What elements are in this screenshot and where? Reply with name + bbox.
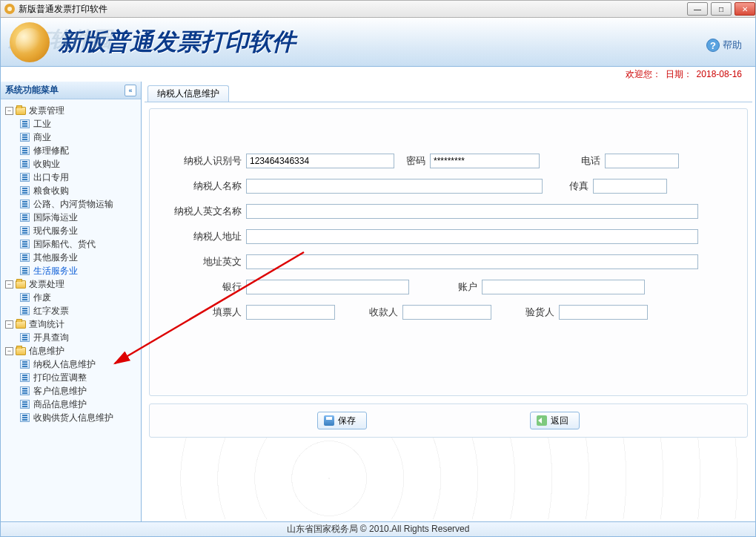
- help-label: 帮助: [723, 39, 742, 52]
- file-icon: [20, 293, 30, 302]
- save-button[interactable]: 保存: [317, 412, 367, 429]
- tree-item[interactable]: 纳税人信息维护: [2, 358, 139, 371]
- tree-group-label: 发票管理: [29, 105, 64, 117]
- tree-item[interactable]: 商品信息维护: [2, 398, 139, 411]
- tree-item[interactable]: 客户信息维护: [2, 384, 139, 398]
- welcome-date: 2018-08-16: [697, 69, 742, 79]
- help-link[interactable]: ? 帮助: [706, 39, 742, 52]
- tree-group[interactable]: −信息维护: [2, 344, 139, 358]
- tree-item[interactable]: 红字发票: [2, 304, 139, 317]
- back-icon: [537, 415, 547, 426]
- tree-item[interactable]: 打印位置调整: [2, 371, 139, 384]
- label-name: 纳税人名称: [165, 179, 246, 193]
- label-taxid: 纳税人识别号: [165, 154, 246, 168]
- tree-group-label: 发票处理: [29, 278, 64, 291]
- save-icon: [324, 415, 334, 426]
- label-tel: 电话: [581, 154, 600, 168]
- file-icon: [20, 266, 30, 275]
- tab-taxpayer-info[interactable]: 纳税人信息维护: [147, 85, 229, 102]
- minimize-button[interactable]: —: [687, 2, 708, 16]
- app-title: 新版普通发票打印软件: [59, 26, 296, 59]
- file-icon: [20, 240, 30, 248]
- input-fax[interactable]: [593, 179, 667, 194]
- tree-item-label: 收购业: [33, 158, 60, 171]
- file-icon: [20, 159, 30, 168]
- tree-item[interactable]: 其他服务业: [2, 251, 139, 264]
- svg-point-1: [7, 7, 12, 11]
- tree-group[interactable]: −查询统计: [2, 317, 139, 331]
- input-tel[interactable]: [605, 154, 679, 168]
- button-panel: 保存 返回: [149, 403, 748, 438]
- tree-item-label: 作废: [33, 291, 51, 304]
- folder-icon: [16, 347, 26, 355]
- tree-item-label: 出口专用: [33, 171, 69, 184]
- tree-item[interactable]: 作废: [2, 291, 139, 304]
- tree-item-label: 商业: [33, 131, 51, 144]
- input-acct[interactable]: [482, 280, 645, 294]
- tree-item-label: 红字发票: [33, 305, 69, 317]
- tree-item[interactable]: 工业: [2, 117, 139, 131]
- input-payee[interactable]: [402, 305, 491, 320]
- app-logo-icon: [10, 22, 50, 62]
- file-icon: [20, 360, 30, 369]
- close-button[interactable]: ✕: [735, 2, 755, 16]
- welcome-greet: 欢迎您：: [626, 68, 661, 81]
- tree-item[interactable]: 生活服务业: [2, 264, 139, 277]
- help-icon: ?: [706, 39, 720, 52]
- content-area: 纳税人信息维护 纳税人识别号 密码 电话 纳税人名称 传真: [142, 82, 755, 521]
- tree-item[interactable]: 修理修配: [2, 144, 139, 157]
- tree-item[interactable]: 现代服务业: [2, 224, 139, 237]
- file-icon: [20, 200, 30, 208]
- tree-group[interactable]: −发票管理: [2, 104, 139, 117]
- tree-item-label: 商品信息维护: [33, 398, 87, 411]
- tree-item[interactable]: 商业: [2, 131, 139, 144]
- window-titlebar: 新版普通发票打印软件 — □ ✕: [0, 0, 756, 18]
- toggle-icon: −: [5, 347, 13, 355]
- back-button[interactable]: 返回: [530, 412, 580, 429]
- tree-item-label: 公路、内河货物运输: [33, 198, 113, 211]
- input-addr[interactable]: [246, 229, 698, 244]
- app-icon: [4, 3, 16, 15]
- label-password: 密码: [406, 154, 425, 168]
- form-panel: 纳税人识别号 密码 电话 纳税人名称 传真 纳税人英文名称 纳税人地址: [149, 108, 748, 396]
- file-icon: [20, 119, 30, 128]
- input-bank[interactable]: [246, 280, 409, 294]
- file-icon: [20, 413, 30, 422]
- tree-item[interactable]: 收购供货人信息维护: [2, 411, 139, 424]
- input-enaddr[interactable]: [246, 254, 698, 269]
- label-enaddr: 地址英文: [165, 255, 246, 268]
- tree-item-label: 修理修配: [33, 145, 69, 157]
- tree-item[interactable]: 收购业: [2, 157, 139, 171]
- tree-item[interactable]: 公路、内河货物运输: [2, 197, 139, 211]
- footer: 山东省国家税务局 © 2010.All Rights Reserved: [0, 522, 756, 537]
- save-label: 保存: [338, 415, 356, 427]
- welcome-date-label: 日期：: [666, 68, 692, 81]
- input-name[interactable]: [246, 179, 543, 194]
- tree-group[interactable]: −发票处理: [2, 277, 139, 291]
- file-icon: [20, 146, 30, 155]
- folder-icon: [16, 107, 26, 115]
- tree-item[interactable]: 粮食收购: [2, 184, 139, 197]
- input-enname[interactable]: [246, 204, 698, 219]
- collapse-sidebar-button[interactable]: «: [125, 85, 136, 96]
- tree-item[interactable]: 国际船代、货代: [2, 237, 139, 251]
- tree-item[interactable]: 出口专用: [2, 171, 139, 184]
- file-icon: [20, 373, 30, 382]
- tree-item-label: 现代服务业: [33, 225, 78, 237]
- toggle-icon: −: [5, 280, 13, 289]
- tree-item-label: 收购供货人信息维护: [33, 412, 113, 424]
- tree-item-label: 客户信息维护: [33, 385, 87, 398]
- input-taxid[interactable]: [246, 154, 394, 168]
- tree-item-label: 纳税人信息维护: [33, 358, 96, 371]
- label-fax: 传真: [569, 179, 588, 193]
- file-icon: [20, 173, 30, 182]
- tree-item[interactable]: 国际海运业: [2, 211, 139, 224]
- input-password[interactable]: [430, 154, 540, 168]
- label-enname: 纳税人英文名称: [165, 205, 246, 218]
- tree-item[interactable]: 开具查询: [2, 331, 139, 344]
- input-checker[interactable]: [559, 305, 648, 320]
- tree-item-label: 生活服务业: [33, 265, 78, 277]
- tree-item-label: 国际船代、货代: [33, 238, 96, 251]
- maximize-button[interactable]: □: [711, 2, 732, 16]
- input-filler[interactable]: [246, 305, 335, 320]
